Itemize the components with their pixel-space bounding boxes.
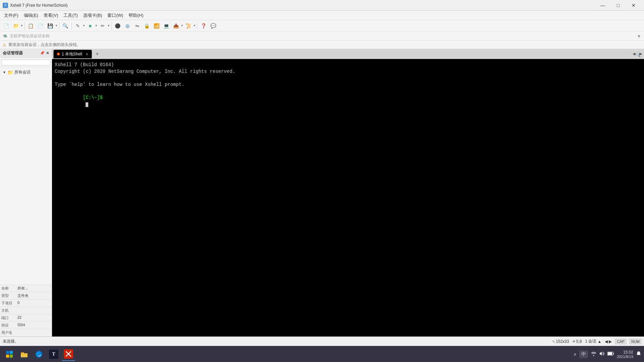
connect-dropdown-arrow[interactable]: ▼ [55, 24, 58, 27]
toolbar-separator-4 [111, 22, 112, 30]
close-button[interactable]: ✕ [626, 0, 641, 11]
copy-button[interactable]: 📋 [26, 21, 36, 31]
prop-value-type: 文件夹 [16, 292, 52, 299]
tab-close-button[interactable]: ✕ [86, 52, 88, 56]
tab-local-shell[interactable]: 1 本地Shell ✕ [53, 50, 92, 58]
system-clock[interactable]: 15:02 2021/8/19 [617, 350, 633, 359]
sidebar-tree: ▼ 📁 所有会话 [0, 67, 52, 285]
prop-value-username [16, 329, 52, 336]
sidebar-close-icon[interactable]: ✕ [46, 51, 49, 55]
lock-button[interactable]: 🔒 [142, 21, 152, 31]
sessions-arrow[interactable]: ▲ [597, 339, 601, 344]
sessions-value: 1 会话 [585, 339, 596, 344]
open-button[interactable]: 📁 [11, 21, 20, 31]
status-dimensions: ⤡ 152x33 [552, 339, 569, 344]
term-line-4: Type `help' to learn how to use Xshell p… [55, 82, 641, 88]
menu-help[interactable]: 帮助(H) [126, 11, 146, 20]
minimize-button[interactable]: — [595, 0, 610, 11]
color-button[interactable]: ■ [86, 21, 95, 31]
address-input[interactable]: 主机IP地址或会话名称 [10, 33, 635, 39]
prop-label-children: 子项目 [0, 300, 16, 307]
prop-row-username: 用户名 [0, 329, 52, 337]
sidebar-item-all-sessions[interactable]: ▼ 📁 所有会话 [1, 68, 50, 76]
taskbar-typora[interactable]: T [47, 348, 60, 361]
computer-icon: 🛸 [3, 34, 8, 39]
color-dropdown-arrow[interactable]: ▼ [95, 24, 98, 27]
tray-ime[interactable]: 中 [579, 351, 588, 358]
taskbar-edge[interactable] [32, 348, 46, 361]
taskbar: T ∧ 中 [0, 346, 644, 362]
style-dropdown-arrow[interactable]: ▼ [107, 24, 110, 27]
status-prev-arrow[interactable]: ◀ [605, 339, 608, 344]
address-bar: 🛸 主机IP地址或会话名称 ▼ [0, 32, 644, 41]
paste-button[interactable]: 📄 [36, 21, 45, 31]
keypad-button[interactable]: 💻 [162, 21, 171, 31]
transfer-button[interactable]: 📤 [171, 21, 181, 31]
prop-label-port: 端口 [0, 314, 16, 321]
menu-view[interactable]: 查看(V) [41, 11, 61, 20]
terminal[interactable]: Xshell 7 (Build 0164) Copyright (c) 2020… [52, 59, 644, 337]
tray-battery-icon[interactable] [607, 351, 614, 357]
edge-icon [34, 350, 44, 359]
start-button[interactable] [3, 348, 16, 361]
shell-button[interactable]: ◎ [123, 21, 132, 31]
taskbar-xshell[interactable] [62, 348, 75, 361]
address-dropdown-icon[interactable]: ▼ [637, 34, 641, 39]
prop-row-children: 子项目 0 [0, 300, 52, 307]
hint-text: 要添加当前会话，点击左侧的箭头按钮。 [8, 42, 81, 48]
compose-dropdown-arrow[interactable]: ▼ [83, 24, 85, 27]
menu-tools[interactable]: 工具(T) [61, 11, 81, 20]
prop-row-port: 端口 22 [0, 314, 52, 322]
tab-add-button[interactable]: + [93, 50, 101, 58]
chat-button[interactable]: 💬 [208, 21, 218, 31]
prop-value-children: 0 [16, 300, 52, 307]
prop-label-protocol: 协议 [0, 322, 16, 329]
start-icon [6, 351, 13, 358]
connect-button[interactable]: 💾 [46, 21, 55, 31]
taskbar-pinned-apps: T [17, 348, 75, 361]
menu-file[interactable]: 文件(F) [1, 11, 21, 20]
file-explorer-icon [19, 350, 29, 359]
search-button[interactable]: 🔍 [61, 21, 70, 31]
resize-icon: ⤡ [552, 340, 555, 343]
log-dropdown-arrow[interactable]: ▼ [193, 24, 196, 27]
position-value: 5,9 [576, 339, 582, 344]
tunnel-button[interactable]: 📶 [152, 21, 161, 31]
tray-wifi-icon[interactable] [591, 351, 597, 358]
log-button[interactable]: 📜 [184, 21, 193, 31]
start-sq-3 [6, 355, 9, 358]
folder-expand-icon: ▼ [3, 70, 6, 74]
transfer-dropdown-arrow[interactable]: ▼ [181, 24, 184, 27]
term-line-3 [55, 75, 641, 82]
sidebar-pin-icon[interactable]: 📌 [40, 51, 45, 55]
toolbar-separator-5 [197, 22, 197, 30]
sidebar-search-input[interactable] [1, 59, 50, 65]
help-button[interactable]: ❓ [199, 21, 208, 31]
main-layout: 会话管理器 📌 ✕ 🔍 ▼ 📁 所有会话 名称 [0, 49, 644, 337]
tab-dot [57, 53, 60, 55]
sftp-button[interactable]: ⇋ [133, 21, 142, 31]
clock-date: 2021/8/19 [617, 355, 633, 359]
tray-volume-icon[interactable] [599, 351, 605, 357]
open-dropdown-arrow[interactable]: ▼ [20, 24, 23, 27]
status-right: ⤡ 152x33 ✛ 5,9 1 会话 ▲ ◀ ▶ CAP NUM [552, 339, 641, 344]
maximize-button[interactable]: □ [610, 0, 626, 11]
stop-button[interactable]: ⚫ [113, 21, 122, 31]
style-button[interactable]: ✏ [98, 21, 107, 31]
tray-notification-icon[interactable] [636, 351, 641, 357]
compose-button[interactable]: ✎ [73, 21, 83, 31]
sidebar-item-label: 所有会话 [14, 69, 31, 75]
prop-label-type: 类型 [0, 292, 16, 299]
prop-row-name: 名称 所有... [0, 285, 52, 292]
status-nav-arrows: ◀ ▶ [605, 339, 612, 344]
status-next-arrow[interactable]: ▶ [609, 339, 612, 344]
toolbar-separator-2 [59, 22, 59, 30]
term-line-2: Copyright (c) 2020 NetSarang Computer, I… [55, 68, 641, 75]
new-session-button[interactable]: 📄 [1, 21, 11, 31]
menu-window[interactable]: 窗口(W) [105, 11, 126, 20]
tray-chevron[interactable]: ∧ [574, 352, 577, 357]
menu-tabs[interactable]: 选项卡(B) [81, 11, 105, 20]
menu-edit[interactable]: 编辑(E) [21, 11, 41, 20]
folder-icon: 📁 [7, 70, 13, 75]
taskbar-file-explorer[interactable] [17, 348, 31, 361]
